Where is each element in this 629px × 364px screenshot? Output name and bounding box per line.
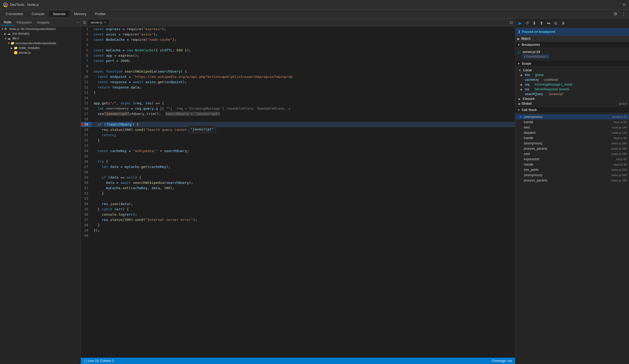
line-content[interactable]: let searchQuery = req.query.q || ""; req… — [91, 106, 515, 111]
tree-icon-nodomain: ☁ — [7, 32, 12, 35]
line-content[interactable]: const response = await axios.get(endpoin… — [91, 79, 515, 85]
line-content[interactable]: const express = require("express"); — [91, 26, 515, 32]
callstack-item[interactable]: handle layer.js:95 — [515, 162, 629, 167]
line-content[interactable]: } — [91, 90, 515, 95]
callstack-item[interactable]: expressInit init.js:40 — [515, 157, 629, 162]
line-content[interactable] — [91, 64, 515, 69]
table-row: 37 res.status(500).send("Internal server… — [81, 217, 515, 223]
line-content[interactable] — [91, 154, 515, 159]
editor-file-tab-close[interactable]: ✕ — [104, 21, 107, 24]
callstack-left: next — [520, 126, 530, 129]
line-content[interactable]: const cacheKey = "wikipedia:" + searchQu… — [91, 148, 515, 154]
line-content[interactable]: try { — [91, 159, 515, 164]
line-content[interactable] — [91, 95, 515, 101]
tree-item-server-js[interactable]: 🟡 server.js — [0, 50, 81, 55]
line-content[interactable]: if (data == null) { — [91, 175, 515, 180]
breakpoints-section-header[interactable]: ▼ Breakpoints — [515, 42, 629, 48]
line-content[interactable]: myCache.set(cacheKey, data, 300); — [91, 185, 515, 191]
sidebar-tab-filesystem[interactable]: Filesystem — [14, 20, 34, 25]
line-content[interactable] — [91, 42, 515, 48]
tab-sources[interactable]: Sources — [49, 11, 69, 17]
debug-step-into-btn[interactable]: ⬇ — [531, 20, 537, 26]
debug-pause-btn[interactable]: ⏸ — [560, 20, 566, 26]
tree-item-home[interactable]: ▼ 📁 home/ayo/dev/betterstack/bette — [0, 41, 81, 46]
chrome-icon — [3, 2, 8, 7]
sidebar-tab-snippets[interactable]: Snippets — [34, 20, 52, 25]
line-content[interactable]: const port = 3000; — [91, 58, 515, 64]
line-content[interactable] — [91, 170, 515, 175]
scope-closure-header[interactable]: ▶ Closure — [515, 96, 629, 101]
line-content-active[interactable]: if (!searchQuery) { — [91, 122, 515, 127]
line-content[interactable]: const app = express(); — [91, 53, 515, 58]
line-content[interactable]: } — [91, 138, 515, 143]
close-button[interactable]: ✕ — [622, 2, 626, 7]
callstack-item[interactable]: process_params index.js:346 — [515, 146, 629, 151]
table-row: 8 — [81, 64, 515, 69]
line-content[interactable]: sea"javascript"chQuery.trim(); searchQue… — [91, 111, 515, 117]
line-content[interactable]: }); — [91, 228, 515, 233]
line-content[interactable]: let data = myCache.get(cacheKey); — [91, 164, 515, 170]
line-content[interactable] — [91, 117, 515, 122]
line-content[interactable]: const endpoint = `https://en.wikipedia.o… — [91, 74, 515, 79]
line-content[interactable]: console.log(err); — [91, 212, 515, 217]
callstack-item[interactable]: dispatch route.js:114 — [515, 130, 629, 135]
more-icon[interactable]: ⋮ — [621, 10, 627, 17]
line-content[interactable] — [91, 143, 515, 148]
line-content[interactable] — [91, 233, 515, 238]
tree-item-node-modules[interactable]: ▶ 📁 node_modules — [0, 46, 81, 50]
line-content[interactable]: } catch (err) { — [91, 207, 515, 212]
line-content[interactable]: const axios = require("axios"); — [91, 32, 515, 37]
callstack-item[interactable]: trim_prefix index.js:328 — [515, 167, 629, 172]
debug-deactivate-btn[interactable]: ⊘ — [553, 20, 559, 26]
line-content[interactable]: async function searchWikipedia(searchQue… — [91, 69, 515, 74]
scope-section-header[interactable]: ▼ Scope — [515, 61, 629, 67]
debug-step-btn[interactable]: ➡ — [546, 20, 551, 26]
editor-file-tab-server-js[interactable]: server.js ✕ — [88, 20, 109, 25]
line-number: 28 — [81, 170, 91, 175]
line-content[interactable]: const myCache = new NodeCache({ stdTTL: … — [91, 48, 515, 53]
call-stack-section-header[interactable]: ▼ Call Stack — [515, 107, 629, 113]
tree-item-file[interactable]: ▼ ☁ file:// — [0, 36, 81, 41]
callstack-item[interactable]: next index.js:280 — [515, 151, 629, 157]
tab-console[interactable]: Console — [28, 11, 48, 17]
debug-step-out-btn[interactable]: ⬆ — [539, 20, 544, 26]
debug-step-over-btn[interactable]: ↺ — [524, 20, 530, 26]
editor-format-icon[interactable]: ⊡ — [509, 20, 514, 25]
settings-icon[interactable]: ⚙ — [613, 10, 618, 17]
callstack-item[interactable]: (anonymous) index.js:286 — [515, 172, 629, 178]
line-content[interactable]: res.status(400).send("Search query canno… — [91, 127, 515, 132]
table-row: 34 res.json(data); — [81, 201, 515, 207]
line-content[interactable]: res.json(data); — [91, 201, 515, 207]
line-content[interactable]: app.get("/", async (req, res) => { — [91, 101, 515, 106]
callstack-item[interactable]: (anonymous) server.js:19 — [515, 114, 629, 119]
callstack-item[interactable]: (anonymous) index.js:284 — [515, 141, 629, 146]
watch-section-header[interactable]: ▶ Watch — [515, 36, 629, 42]
tree-item-root[interactable]: ▼ ⚙ Node.js: file:///home/ayo/dev/better… — [0, 26, 81, 31]
callstack-left: process_params — [520, 179, 547, 182]
breakpoint-checkbox[interactable]: ☑ — [517, 50, 521, 54]
scope-global-header[interactable]: ▶ Global global — [515, 101, 629, 106]
callstack-item[interactable]: next route.js:144 — [515, 125, 629, 130]
tab-connection[interactable]: Connection — [2, 11, 27, 17]
line-content[interactable]: data = await searchWikipedia(searchQuery… — [91, 180, 515, 185]
line-content[interactable]: } — [91, 191, 515, 196]
line-content[interactable] — [91, 196, 515, 201]
tab-memory[interactable]: Memory — [70, 11, 90, 17]
line-content[interactable]: return response.data; — [91, 85, 515, 90]
code-editor[interactable]: "javascript" 1 const express = require("… — [81, 26, 515, 358]
line-content[interactable]: res.status(500).send("Internal server er… — [91, 217, 515, 223]
callstack-item[interactable]: handle layer.js:95 — [515, 135, 629, 141]
sidebar-more-icon[interactable]: ⋯ — [76, 20, 79, 24]
line-content[interactable]: } — [91, 223, 515, 228]
callstack-item[interactable]: handle layer.js:95 — [515, 119, 629, 125]
editor-sidebar-toggle[interactable]: ☰ — [82, 19, 87, 26]
callstack-item[interactable]: process_params index.js:346 — [515, 178, 629, 183]
table-row: 14 — [81, 95, 515, 101]
scope-local-header[interactable]: ▼ Local — [515, 68, 629, 73]
tab-profiler[interactable]: Profiler — [91, 11, 109, 17]
tree-item-nodomain[interactable]: ▶ ☁ (no domain) — [0, 31, 81, 36]
sidebar-tab-node[interactable]: Node — [1, 20, 14, 25]
line-content[interactable]: const NodeCache = require("node-cache"); — [91, 37, 515, 42]
debug-resume-btn[interactable]: ▶ — [517, 20, 523, 26]
line-content[interactable]: return; — [91, 132, 515, 138]
